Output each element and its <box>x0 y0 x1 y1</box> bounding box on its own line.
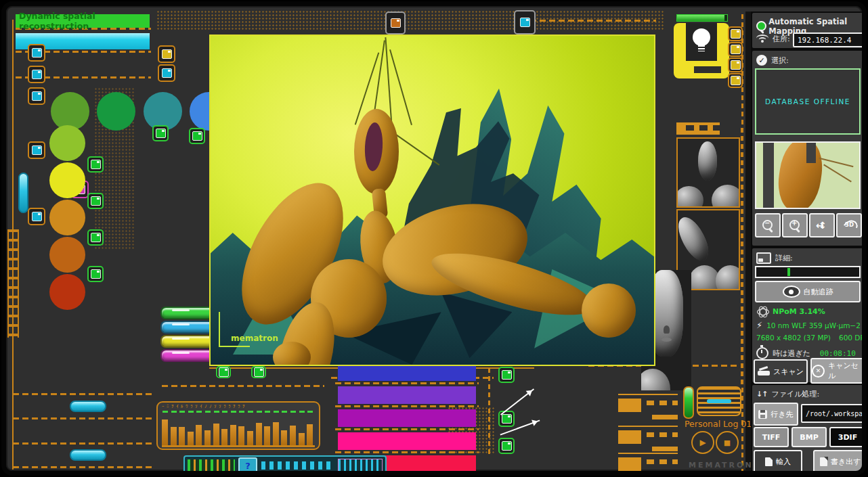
thumb-figure-shoulder <box>712 185 740 208</box>
chip-screen <box>502 414 512 424</box>
color-bar[interactable] <box>338 432 476 450</box>
slider-thumb[interactable] <box>787 268 790 276</box>
format-3dif-button[interactable]: 3DIF <box>829 427 866 447</box>
stopwatch-icon <box>756 347 768 359</box>
question-icon: ? <box>245 461 251 471</box>
beam-value: 10 nm WLF 359 µW·µm−2 <box>766 321 861 330</box>
eq-bar <box>247 431 253 445</box>
eq-bar <box>204 430 211 445</box>
wifi-icon <box>756 35 768 43</box>
chip-screen <box>731 60 741 70</box>
watermark: mematron <box>231 334 278 343</box>
equalizer-panel: ｰﾆｦｲﾙｳﾗｿｲﾉﾉｿｿﾗﾗｦﾗｦ <box>156 401 320 450</box>
chip-icon <box>28 44 45 62</box>
palette-swatch[interactable] <box>49 274 85 310</box>
panel-gap <box>745 12 751 476</box>
eye-icon <box>783 286 800 298</box>
export-button[interactable]: 書き出す <box>813 450 867 473</box>
database-status: DATABASE OFFLINE <box>765 97 850 106</box>
zoom-in-button[interactable]: + <box>782 213 808 237</box>
annotation-arrow <box>500 388 534 415</box>
equalizer-glyphs: ｰﾆｦｲﾙｳﾗｿｲﾉﾉｿｿﾗﾗｦﾗｦ <box>162 404 315 410</box>
address-input[interactable]: 192.168.22.4 <box>793 32 867 47</box>
rotate-3d-button[interactable]: 3D <box>836 213 862 237</box>
circuit-decoration <box>13 417 155 419</box>
chip-screen <box>32 212 42 221</box>
control-sidebar: Automatic Spatial Mapping ▾ 住所: 192.168.… <box>751 12 867 476</box>
chip-icon <box>87 229 104 246</box>
stop-button[interactable]: ■ <box>716 431 739 454</box>
check-icon: ✓ <box>756 55 767 66</box>
log-row <box>618 426 678 451</box>
format-tiff-button[interactable]: TIFF <box>754 427 789 447</box>
thumb-figure-nose <box>664 325 670 334</box>
circuit-decoration <box>335 428 479 430</box>
palette-swatch[interactable] <box>49 200 85 235</box>
chip-icon <box>87 156 104 173</box>
circuit-decoration <box>156 10 664 30</box>
chip-icon <box>728 58 743 72</box>
logo-meter <box>676 14 728 22</box>
scan-button[interactable]: スキャン <box>754 359 808 384</box>
destination-path-input[interactable]: /root/.workspace/ <box>801 404 867 423</box>
pan-button[interactable]: ↔ ↕ <box>809 213 835 237</box>
cancel-button[interactable]: ✕ キャンセル <box>810 358 867 384</box>
eq-bar <box>238 426 244 445</box>
detail-row: 詳細: <box>756 252 793 264</box>
pan-icon: ↔ ↕ <box>816 219 828 231</box>
render-viewport[interactable]: mematron <box>209 35 655 366</box>
search-icon <box>756 21 764 32</box>
dpi-value: 600 DPI <box>839 334 867 342</box>
vial-indicator <box>683 386 694 419</box>
resolution-value: 7680 x 4802 (37 MP) <box>756 334 831 342</box>
circuit-decoration <box>335 451 479 453</box>
preview-shadow <box>806 143 816 163</box>
zoom-out-button[interactable]: − <box>755 213 781 237</box>
thumb-figure-shoulder <box>676 186 703 208</box>
destination-button[interactable]: 行き先 <box>754 403 798 426</box>
scan-thumbnail[interactable] <box>676 137 740 208</box>
cyan-capsule <box>70 401 106 412</box>
play-button[interactable]: ▶ <box>691 431 714 454</box>
circuit-decoration <box>13 393 155 395</box>
chip-screen <box>32 70 42 79</box>
chip-icon <box>251 366 266 378</box>
chip-icon <box>728 73 743 88</box>
scanner-icon <box>758 367 770 376</box>
detail-slider[interactable] <box>755 266 861 278</box>
palette-swatch[interactable] <box>49 162 85 198</box>
chip-icon <box>514 10 536 35</box>
brand-text: MEMATRON <box>689 461 754 470</box>
circuit-decoration <box>7 229 19 338</box>
import-label: 輸入 <box>776 457 791 467</box>
palette-swatch[interactable] <box>49 237 85 273</box>
main-board: Dynamic spatial reconstruction ｰﾆｦｲﾙｳﾗｿｲ… <box>1 1 867 476</box>
palette-swatch[interactable] <box>97 92 135 131</box>
eq-bar <box>213 424 219 445</box>
chip-screen <box>91 160 101 169</box>
thumb-figure-lips <box>661 338 672 342</box>
circuit-decoration <box>741 128 743 385</box>
autotrack-button[interactable]: 自動追跡 <box>755 281 861 302</box>
format-bmp-label: BMP <box>800 433 818 442</box>
import-button[interactable]: 輸入 <box>754 450 802 473</box>
color-bar[interactable] <box>338 386 476 404</box>
thumb-figure-head <box>676 212 714 265</box>
chevron-down-icon: ▾ <box>863 22 867 31</box>
preview-shadow <box>763 143 774 208</box>
address-value: 192.168.22.4 <box>798 36 851 45</box>
circuit-decoration <box>162 385 324 387</box>
circuit-decoration <box>13 442 155 445</box>
format-bmp-button[interactable]: BMP <box>791 427 827 447</box>
color-bar[interactable] <box>338 409 476 427</box>
chip-icon <box>87 193 104 209</box>
scan-label: スキャン <box>773 367 804 377</box>
chip-icon <box>152 125 169 141</box>
chip-icon <box>158 45 175 63</box>
palette-swatch[interactable] <box>49 125 85 161</box>
watermark-line <box>219 312 220 347</box>
fileops-row: ↓↑ ファイル処理: <box>756 389 819 399</box>
personal-log-label: Personal Log 01 <box>685 419 752 429</box>
autotrack-label: 自動追跡 <box>804 287 833 297</box>
circuit-decoration <box>335 405 479 407</box>
